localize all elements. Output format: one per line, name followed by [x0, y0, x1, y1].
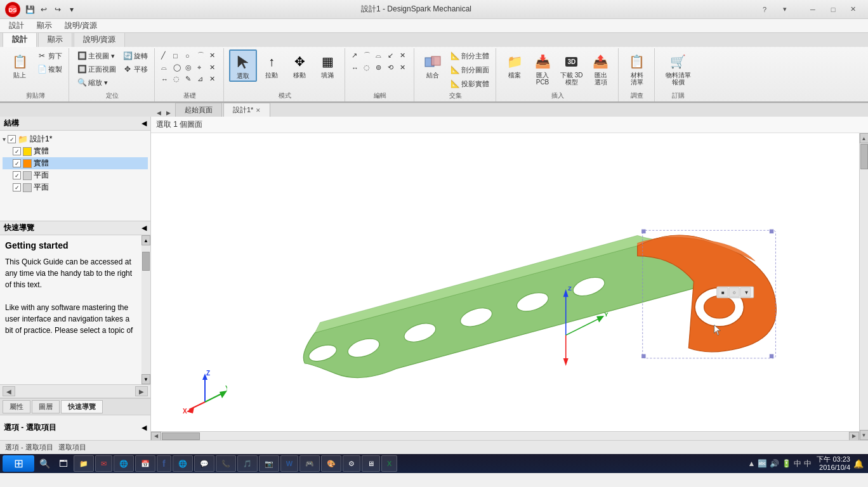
minimize-button[interactable]: ─ — [803, 3, 822, 16]
menu-design[interactable]: 設計 — [3, 19, 30, 32]
edit-t3[interactable]: ⌓ — [374, 49, 386, 62]
insert-file-button[interactable]: 📁 檔案 — [501, 49, 528, 81]
taskbar-app-explorer[interactable]: 📁 — [74, 455, 94, 472]
notification-button[interactable]: 🔔 — [852, 457, 865, 471]
edit-t6[interactable]: ↔ — [350, 62, 362, 73]
sketch-arc[interactable]: ⌒ — [196, 49, 207, 62]
menu-view[interactable]: 顯示 — [30, 19, 58, 32]
sys-tray-language[interactable]: 中 — [794, 458, 801, 469]
main-view-button[interactable]: 🔲 主視圖 ▾ — [74, 49, 119, 62]
taskbar-app-fb[interactable]: f — [157, 455, 171, 472]
viewport-canvas[interactable]: Z Y ■ — [151, 133, 868, 440]
scroll-thumb[interactable] — [142, 252, 150, 271]
sketch-t10[interactable]: ✕ — [208, 74, 220, 84]
quickguide-collapse-btn[interactable]: ◀ — [141, 224, 147, 232]
scroll-down-btn[interactable]: ▼ — [141, 374, 150, 384]
sys-tray-arrow[interactable]: ▲ — [748, 459, 756, 468]
combine-button[interactable]: 結合 — [419, 49, 446, 81]
edit-t4[interactable]: ↙ — [386, 49, 398, 62]
cut-button[interactable]: ✂ 剪下 — [34, 49, 65, 62]
edit-t8[interactable]: ⊚ — [374, 62, 386, 73]
taskbar-task-view[interactable]: 🗔 — [55, 455, 72, 472]
maximize-button[interactable]: □ — [824, 3, 843, 16]
tree-item-solid1[interactable]: ✓ 實體 — [3, 145, 148, 157]
tree-item-plane1[interactable]: ✓ 平面 — [3, 169, 148, 181]
doc-tab-next[interactable]: ▶ — [164, 109, 173, 117]
taskbar-app-calendar[interactable]: 📅 — [135, 455, 155, 472]
front-view-button[interactable]: 🔲 正面視圖 — [74, 63, 119, 75]
scroll-up-btn[interactable]: ▲ — [141, 235, 150, 245]
sketch-t3[interactable]: ◎ — [184, 62, 195, 73]
start-button[interactable]: ⊞ — [3, 455, 34, 472]
tree-checkbox-solid2[interactable]: ✓ — [13, 159, 21, 167]
ribbon-tab-design[interactable]: 設計 — [3, 33, 37, 47]
taskbar-app-chrome[interactable]: 🌐 — [114, 455, 134, 472]
tree-item-solid2[interactable]: ✓ 實體 — [3, 157, 148, 169]
sketch-t6[interactable]: ↔ — [160, 74, 171, 84]
undo-button[interactable]: ↩ — [38, 4, 49, 15]
sketch-t4[interactable]: ⌖ — [196, 62, 207, 73]
sketch-t1[interactable]: ⌓ — [160, 62, 171, 73]
close-button[interactable]: ✕ — [844, 3, 863, 16]
sys-tray-sound[interactable]: 🔊 — [770, 459, 779, 468]
selection-collapse-btn[interactable]: ◀ — [141, 424, 147, 432]
doc-tab-prev[interactable]: ◀ — [155, 109, 163, 117]
taskbar-app-skype[interactable]: 📞 — [216, 455, 236, 472]
scroll-left-btn[interactable]: ◀ — [151, 432, 161, 441]
zoom-button[interactable]: 🔍 縮放 ▾ — [74, 76, 119, 89]
taskbar-app-ie[interactable]: 🌐 — [173, 455, 193, 472]
copy-button[interactable]: 📄 複製 — [34, 63, 65, 75]
edit-t1[interactable]: ↗ — [350, 49, 362, 62]
doc-tab-design1-close[interactable]: ✕ — [256, 107, 261, 114]
tab-quickguide[interactable]: 快速導覽 — [61, 400, 103, 413]
sys-tray-network[interactable]: 🔤 — [758, 459, 767, 468]
taskbar-app-word[interactable]: W — [280, 455, 298, 472]
tree-item-plane2[interactable]: ✓ 平面 — [3, 181, 148, 193]
project-solid-button[interactable]: 📐 投影實體 — [447, 77, 492, 90]
menu-help[interactable]: 說明/資源 — [58, 19, 103, 32]
select-mode-button[interactable]: 選取 — [229, 49, 257, 82]
ribbon-tab-view[interactable]: 顯示 — [38, 33, 72, 47]
edit-t10[interactable]: ✕ — [398, 62, 410, 73]
ribbon-collapse-button[interactable]: ▾ — [775, 3, 794, 16]
bom-button[interactable]: 📋 材料清單 — [624, 49, 650, 88]
taskbar-app-circuit[interactable]: ⚙ — [343, 455, 360, 472]
sketch-t5[interactable]: ✕ — [208, 62, 220, 73]
pull-mode-button[interactable]: ↑ 拉動 — [258, 49, 285, 81]
edit-t9[interactable]: ⟲ — [386, 62, 398, 73]
sys-tray-battery[interactable]: 🔋 — [782, 459, 791, 468]
sketch-t7[interactable]: ◌ — [172, 74, 183, 84]
redo-button[interactable]: ↪ — [52, 4, 63, 15]
tree-checkbox-plane1[interactable]: ✓ — [13, 171, 21, 179]
taskbar-app-camera[interactable]: 📷 — [259, 455, 279, 472]
scroll-thumb-h[interactable] — [162, 432, 200, 440]
sketch-t9[interactable]: ⊿ — [196, 74, 207, 84]
scroll-down-v-btn[interactable]: ▼ — [860, 430, 869, 440]
ribbon-tab-help[interactable]: 說明/資源 — [74, 33, 125, 47]
quickaccess-dropdown[interactable]: ▾ — [66, 4, 77, 15]
save-quick-button[interactable]: 💾 — [24, 4, 36, 15]
viewport[interactable]: 選取 1 個圖面 — [151, 117, 868, 440]
tree-checkbox-design[interactable]: ✓ — [8, 135, 16, 143]
tree-item-design[interactable]: ▾ ✓ 📁 設計1* — [3, 133, 148, 145]
taskbar-app-excel[interactable]: X — [381, 455, 397, 472]
paste-button[interactable]: 📋 貼上 — [6, 49, 33, 81]
doc-tab-design1[interactable]: 設計1* ✕ — [223, 103, 270, 117]
quote-button[interactable]: 🛒 物料清單報價 — [660, 49, 697, 88]
sketch-x[interactable]: ✕ — [208, 49, 220, 62]
sketch-circle[interactable]: ○ — [184, 49, 195, 62]
scroll-up-v-btn[interactable]: ▲ — [860, 133, 869, 143]
nav-next-btn[interactable]: ▶ — [135, 386, 148, 396]
taskbar-clock[interactable]: 下午 03:23 2016/10/4 — [817, 455, 850, 472]
sys-tray-ime[interactable]: 中 — [804, 458, 812, 469]
taskbar-app-monitor[interactable]: 🖥 — [362, 455, 380, 472]
ribbon-help-button[interactable]: ? — [755, 3, 774, 16]
tab-layers[interactable]: 圖層 — [32, 400, 60, 413]
taskbar-search[interactable]: 🔍 — [36, 455, 53, 472]
taskbar-app-mail[interactable]: ✉ — [95, 455, 112, 472]
download-3d-button[interactable]: 3D 下載 3D模型 — [557, 49, 586, 88]
split-face-button[interactable]: 📐 剖分圖面 — [447, 63, 492, 76]
move-mode-button[interactable]: ✥ 移動 — [286, 49, 313, 81]
taskbar-app-spotify[interactable]: 🎵 — [237, 455, 258, 472]
taskbar-app-gamepad[interactable]: 🎮 — [299, 455, 320, 472]
